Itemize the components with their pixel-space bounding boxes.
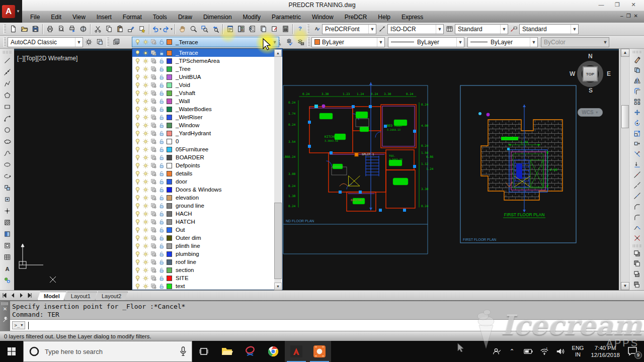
layer-vp-freeze-icon[interactable] — [150, 275, 157, 282]
menu-draw[interactable]: Draw — [173, 12, 197, 22]
layer-item-_TPSchemeArea[interactable]: _TPSchemeArea — [132, 57, 282, 65]
layer-item-section[interactable]: section — [132, 266, 282, 274]
layer-item-text[interactable]: text — [132, 282, 282, 290]
layer-vp-freeze-icon[interactable] — [150, 130, 157, 137]
layer-unlock-icon[interactable] — [158, 98, 165, 105]
revision-cloud-button[interactable] — [2, 136, 13, 147]
blend-curves-button[interactable] — [631, 222, 643, 233]
layer-item-_WetRiser[interactable]: _WetRiser — [132, 113, 282, 121]
layer-unlock-icon[interactable] — [158, 187, 165, 193]
layer-combo[interactable]: _Terrace ▼ — [132, 37, 279, 47]
layer-thaw-icon[interactable] — [142, 82, 149, 88]
workspace-combo[interactable]: AutoCAD Classic▼ — [8, 37, 83, 47]
vertical-scrollbar[interactable]: ▲ ▼ — [620, 49, 629, 290]
layer-thaw-icon[interactable] — [142, 66, 149, 72]
rectangle-button[interactable] — [2, 101, 13, 113]
scale-button[interactable] — [631, 128, 643, 139]
redo-button[interactable]: ▾ — [162, 24, 173, 35]
autocad-app-button[interactable]: A▼ — [0, 0, 22, 23]
layer-item-details[interactable]: details — [132, 169, 282, 177]
layer-color-swatch[interactable] — [167, 211, 172, 217]
trim-button[interactable] — [631, 149, 643, 159]
layer-color-swatch[interactable] — [167, 259, 172, 265]
taskbar-search-input[interactable]: Type here to search — [23, 341, 192, 362]
layer-vp-freeze-icon[interactable] — [150, 74, 157, 80]
designcenter-button[interactable] — [235, 24, 247, 35]
stretch-button[interactable] — [631, 138, 643, 149]
layer-vp-freeze-icon[interactable] — [150, 50, 157, 56]
layer-vp-freeze-icon[interactable] — [150, 82, 157, 88]
layer-color-swatch[interactable] — [167, 99, 172, 104]
polygon-button[interactable] — [2, 89, 13, 101]
autocad-taskbar-icon[interactable] — [285, 341, 308, 362]
polyline-button[interactable] — [2, 78, 13, 89]
layer-color-swatch[interactable] — [167, 50, 172, 56]
model-space-canvas[interactable]: ND FLOOR PLAN 0.243.301.231.240.243.300.… — [14, 49, 619, 290]
send-under-button[interactable] — [631, 280, 643, 290]
extend-button[interactable] — [631, 159, 643, 170]
viewcube-west[interactable]: W — [570, 70, 575, 77]
layer-vp-freeze-icon[interactable] — [150, 195, 157, 201]
layer-on-icon[interactable] — [134, 82, 141, 88]
layer-unlock-icon[interactable] — [158, 106, 165, 113]
layer-item-plumbing[interactable]: plumbing — [132, 250, 282, 258]
erase-button[interactable] — [631, 54, 643, 65]
layer-item-plinth line[interactable]: plinth line — [132, 242, 282, 250]
scroll-up-button[interactable]: ▲ — [621, 49, 629, 57]
mleader-style-combo[interactable]: Standard▼ — [519, 24, 579, 34]
layer-vp-freeze-icon[interactable] — [150, 106, 157, 113]
layer-thaw-icon[interactable] — [142, 178, 149, 185]
layer-item-Out[interactable]: Out — [132, 226, 282, 234]
bring-above-button[interactable] — [631, 269, 643, 280]
layer-thaw-icon[interactable] — [142, 58, 149, 64]
chevron-down-icon[interactable]: ▼ — [436, 25, 443, 34]
layer-item-_YardHydrant[interactable]: _YardHydrant — [132, 129, 282, 137]
lineweight-combo[interactable]: ByLayer▼ — [467, 37, 538, 47]
layer-vp-freeze-icon[interactable] — [150, 178, 157, 185]
scroll-down-button[interactable]: ▼ — [621, 282, 629, 290]
cut-button[interactable] — [92, 24, 103, 35]
ellipse-arc-button[interactable] — [2, 170, 13, 182]
make-block-button[interactable] — [2, 194, 13, 205]
table-button[interactable] — [2, 251, 13, 263]
layer-on-icon[interactable] — [134, 74, 141, 80]
dropdown-scroll-thumb[interactable] — [274, 203, 282, 279]
toolbar-grip[interactable] — [307, 25, 309, 34]
start-button[interactable] — [0, 341, 23, 362]
layer-color-swatch[interactable] — [167, 267, 172, 273]
explode-button[interactable] — [631, 233, 643, 243]
layer-on-icon[interactable] — [134, 130, 141, 137]
viewcube[interactable]: TOP N S W E — [571, 54, 611, 96]
layer-vp-freeze-icon[interactable] — [150, 219, 157, 225]
layer-previous-button[interactable] — [284, 37, 295, 48]
microphone-icon[interactable] — [180, 346, 187, 356]
layer-unlock-icon[interactable] — [158, 114, 165, 121]
layer-item-_Terrace[interactable]: _Terrace — [132, 49, 282, 57]
layer-item-05Furnituree[interactable]: 05Furnituree — [132, 145, 282, 153]
zoom-previous-button[interactable] — [210, 24, 221, 35]
tab-layout1[interactable]: Layout1 — [64, 292, 97, 300]
customize-icon[interactable] — [94, 37, 105, 48]
layer-vp-freeze-icon[interactable] — [150, 203, 157, 209]
layer-thaw-icon[interactable] — [142, 39, 149, 45]
vertical-scroll-thumb[interactable] — [621, 105, 629, 128]
layer-unlock-icon[interactable] — [158, 82, 165, 88]
layer-unlock-icon[interactable] — [158, 178, 165, 185]
layer-on-icon[interactable] — [134, 243, 141, 249]
toolbar-grip[interactable] — [633, 51, 641, 53]
chevron-down-icon[interactable]: ▾ — [171, 27, 173, 31]
layer-item-roof line[interactable]: roof line — [132, 258, 282, 266]
layer-on-icon[interactable] — [134, 138, 141, 145]
clock[interactable]: 7:40 PM12/16/2018 — [591, 344, 620, 358]
layer-thaw-icon[interactable] — [142, 90, 149, 97]
chevron-down-icon[interactable]: ▼ — [456, 38, 464, 47]
dim-style-combo[interactable]: ISO-DCR▼ — [387, 24, 444, 34]
layer-unlock-icon[interactable] — [158, 275, 165, 282]
restore-button[interactable]: ❐ — [610, 1, 625, 9]
spline-button[interactable] — [2, 147, 13, 159]
command-history[interactable]: Specify insertion point for _Floor :*Can… — [12, 303, 185, 319]
layer-vp-freeze-icon[interactable] — [150, 211, 157, 217]
zoom-realtime-button[interactable] — [188, 24, 199, 35]
layer-unlock-icon[interactable] — [158, 138, 165, 145]
scroll-up-button[interactable]: ▲ — [274, 49, 282, 57]
